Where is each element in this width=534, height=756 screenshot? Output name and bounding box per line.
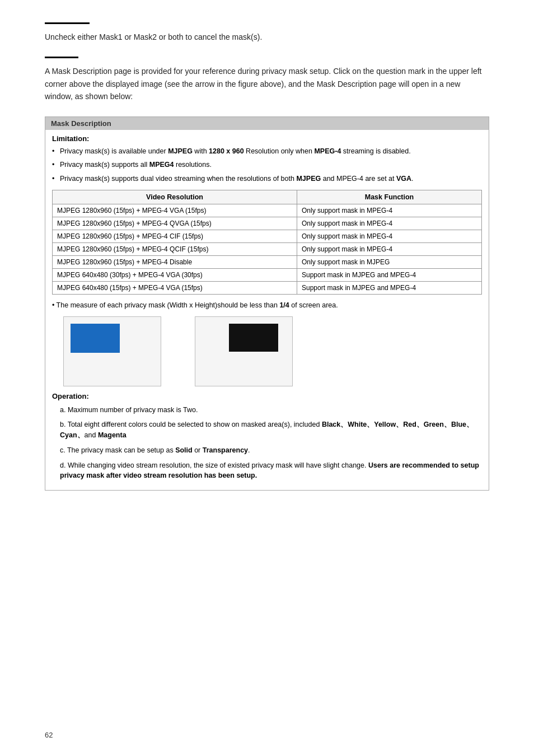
blue-mask-rect [71,324,120,353]
table-cell-resolution-6: MJPEG 640x480 (30fps) + MPEG-4 VGA (30fp… [53,268,297,281]
table-row-2: MJPEG 1280x960 (15fps) + MPEG-4 QVGA (15… [53,217,482,230]
measure-note: • The measure of each privacy mask (Widt… [52,300,482,311]
mask-images-container [63,316,476,386]
table-row-7: MJPEG 640x480 (15fps) + MPEG-4 VGA (15fp… [53,281,482,294]
operation-section: Operation: a. Maximum number of privacy … [52,392,482,482]
table-header-resolution: Video Resolution [53,190,297,204]
resolution-table: Video Resolution Mask Function MJPEG 128… [52,190,482,295]
bold-mjpeg: MJPEG [168,147,193,155]
table-cell-resolution-2: MJPEG 1280x960 (15fps) + MPEG-4 QVGA (15… [53,217,297,230]
section2-divider [45,57,78,58]
bold-magenta: Magenta [98,431,127,439]
bold-vga: VGA [396,175,411,183]
bold-mpeg4: MPEG-4 [314,147,341,155]
bold-solid: Solid [175,446,193,454]
bold-mpeg4-2: MPEG4 [149,161,174,169]
mask-image-right [195,316,293,386]
table-cell-resolution-1: MJPEG 1280x960 (15fps) + MPEG-4 VGA (15f… [53,204,297,217]
table-cell-resolution-4: MJPEG 1280x960 (15fps) + MPEG-4 QCIF (15… [53,242,297,255]
op-item-a: a. Maximum number of privacy mask is Two… [52,405,482,416]
op-item-b: b. Total eight different colors could be… [52,419,482,441]
table-row-5: MJPEG 1280x960 (15fps) + MPEG-4 DisableO… [53,255,482,268]
table-cell-mask-6: Support mask in MJPEG and MPEG-4 [297,268,482,281]
table-cell-mask-7: Support mask in MJPEG and MPEG-4 [297,281,482,294]
bullet-item-2: Privacy mask(s) supports all MPEG4 resol… [52,160,482,170]
table-row-3: MJPEG 1280x960 (15fps) + MPEG-4 CIF (15f… [53,230,482,242]
table-cell-mask-4: Only support mask in MPEG-4 [297,242,482,255]
section2-block: A Mask Description page is provided for … [45,57,489,102]
bullet-item-1: Privacy mask(s) is available under MJPEG… [52,146,482,157]
bold-recommendation: Users are recommended to setup privacy m… [60,461,479,480]
table-row-4: MJPEG 1280x960 (15fps) + MPEG-4 QCIF (15… [53,242,482,255]
table-row-1: MJPEG 1280x960 (15fps) + MPEG-4 VGA (15f… [53,204,482,217]
bullet-item-3: Privacy mask(s) supports dual video stre… [52,174,482,184]
section2-text: A Mask Description page is provided for … [45,65,489,102]
mask-desc-body: Limitation: Privacy mask(s) is available… [45,130,489,491]
page-content: Uncheck either Mask1 or Mask2 or both to… [45,22,489,491]
table-cell-mask-3: Only support mask in MPEG-4 [297,230,482,242]
table-cell-resolution-3: MJPEG 1280x960 (15fps) + MPEG-4 CIF (15f… [53,230,297,242]
page-number: 62 [45,731,53,739]
operation-title: Operation: [52,392,482,400]
limitation-title: Limitation: [52,134,482,143]
bold-resolution: 1280 x 960 [209,147,244,155]
table-cell-mask-5: Only support mask in MJPEG [297,255,482,268]
bold-transparency: Transparency [203,446,248,454]
op-item-d: d. While changing video stream resolutio… [52,460,482,482]
section1-text: Uncheck either Mask1 or Mask2 or both to… [45,31,489,43]
bold-mjpeg-3: MJPEG [296,175,321,183]
section1-divider [45,22,90,24]
mask-image-left [63,316,161,386]
table-cell-resolution-5: MJPEG 1280x960 (15fps) + MPEG-4 Disable [53,255,297,268]
op-item-c: c. The privacy mask can be setup as Soli… [52,445,482,456]
table-cell-mask-1: Only support mask in MPEG-4 [297,204,482,217]
quarter-bold: 1/4 [279,301,289,309]
table-cell-mask-2: Only support mask in MPEG-4 [297,217,482,230]
mask-desc-header: Mask Description [45,117,489,130]
table-cell-resolution-7: MJPEG 640x480 (15fps) + MPEG-4 VGA (15fp… [53,281,297,294]
section1-block: Uncheck either Mask1 or Mask2 or both to… [45,22,489,43]
black-mask-rect [229,324,278,352]
mask-description-box: Mask Description Limitation: Privacy mas… [45,116,489,491]
table-header-mask: Mask Function [297,190,482,204]
table-row-6: MJPEG 640x480 (30fps) + MPEG-4 VGA (30fp… [53,268,482,281]
